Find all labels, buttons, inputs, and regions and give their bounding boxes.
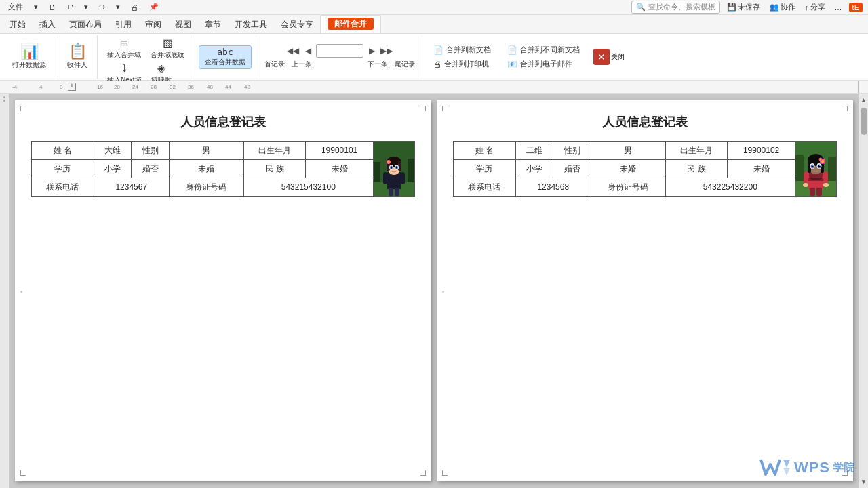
toolbar-group-recipients: 📋 收件人 [58,35,98,79]
collab-button[interactable]: 👥 协作 [767,1,798,13]
scroll-down-arrow[interactable]: ▼ [859,476,868,487]
insert-bg-button[interactable]: ▧ 合并域底纹 [146,37,189,61]
label-dob: 出生年月 [665,142,728,160]
user-avatar[interactable]: tE [849,3,863,12]
next-record-label[interactable]: 下一条 [365,59,391,70]
scroll-thumb[interactable] [861,108,867,135]
first-record-label[interactable]: 首记录 [262,59,288,70]
redo-arrow-icon[interactable]: ▾ [113,2,123,12]
value-education: 小学 [94,160,132,178]
prev-record-label[interactable]: 上一条 [289,59,315,70]
docs-area: 人员信息登记表 姓 名 大维 性别 男 出生年月 19900101 [9,94,859,488]
merge-diff-doc-icon: 📄 [507,45,517,55]
prev-record-button[interactable]: ◀ [301,44,315,58]
table-row: 学历 小学 婚否 未婚 民 族 未婚 [32,160,415,178]
print-icon[interactable]: 🖨 [128,3,141,12]
label-married: 婚否 [132,160,170,178]
next-record-button[interactable]: ▶ [365,44,378,58]
photo-cell-1 [374,142,415,197]
merge-diff-doc-button[interactable]: 📄 合并到不同新文档 [502,43,585,56]
scroll-up-arrow[interactable]: ▲ [859,95,868,105]
first-record-button[interactable]: ◀◀ [286,44,300,58]
svg-rect-49 [816,188,822,196]
value-phone: 1234568 [515,178,591,197]
right-scrollbar[interactable]: ▲ ▼ [859,94,868,488]
svg-point-14 [396,167,397,169]
ruler: -4 4 8 16 20 24 28 32 36 40 44 48 └ [0,81,868,94]
value-gender: 男 [169,142,243,160]
corner-tl [20,106,26,111]
merge-print-button[interactable]: 🖨 合并到打印机 [428,58,496,70]
title-bar: 文件 ▾ 🗋 ↩ ▾ ↪ ▾ 🖨 📌 🔍 查找命令、搜索模板 💾 未保存 👥 协… [0,0,868,15]
svg-marker-51 [783,468,790,476]
toolbar-group-view-merge: abc 查看合并数据 [195,35,256,79]
table-row: 姓 名 二维 性别 男 出生年月 19900102 [454,142,837,160]
svg-rect-48 [810,188,815,196]
more-button[interactable]: … [832,3,845,12]
tab-dev-tools[interactable]: 开发工具 [228,16,274,33]
undo-arrow-icon[interactable]: ▾ [81,2,91,12]
table-row: 联系电话 1234567 身份证号码 543215432100 [32,178,415,197]
tab-mail-merge[interactable]: 邮件合并 [320,15,381,33]
toolbar-group-merge-actions: 📄 合并到新文档 🖨 合并到打印机 📄 合并到不同新文档 📧 合并到电子邮件 [424,35,631,79]
share-icon: ↑ [805,3,809,12]
tab-chapter[interactable]: 章节 [198,16,228,33]
tab-insert[interactable]: 插入 [33,16,62,33]
view-merge-data-button[interactable]: abc 查看合并数据 [199,45,252,69]
merge-email-button[interactable]: 📧 合并到电子邮件 [502,58,585,70]
insert-bg-icon: ▧ [163,38,173,49]
redo-icon[interactable]: ↪ [96,2,108,12]
tab-member[interactable]: 会员专享 [274,16,320,33]
merge-email-icon: 📧 [507,60,517,69]
close-button[interactable]: ✕ [593,49,610,65]
search-placeholder: 查找命令、搜索模板 [648,2,715,12]
pin-icon[interactable]: 📌 [146,2,161,12]
ruler-tab-stop[interactable]: └ [68,83,76,91]
merge-new-doc-button[interactable]: 📄 合并到新文档 [428,43,496,56]
last-record-label[interactable]: 尾记录 [392,59,418,70]
save-button[interactable]: 💾 未保存 [724,1,763,13]
table-row: 姓 名 大维 性别 男 出生年月 19900101 [32,142,415,160]
value-education: 小学 [515,160,553,178]
undo-icon[interactable]: ↩ [64,2,76,12]
share-button[interactable]: ↑ 分享 [802,1,828,13]
label-id: 身份证号码 [591,178,665,197]
tab-start[interactable]: 开始 [3,16,33,33]
tab-reference[interactable]: 引用 [108,16,138,33]
tab-page-layout[interactable]: 页面布局 [62,16,108,33]
doc2-title: 人员信息登记表 [602,114,688,130]
document-page-1: 人员信息登记表 姓 名 大维 性别 男 出生年月 19900101 [15,100,431,481]
photo-placeholder-2 [795,142,836,196]
table-row: 联系电话 1234568 身份证号码 543225432200 [454,178,837,197]
svg-point-39 [819,165,821,166]
label-name: 姓 名 [454,142,516,160]
svg-point-47 [823,183,829,187]
insert-merge-field-button[interactable]: ≡ 插入合并域 [103,37,145,61]
label-dob: 出生年月 [243,142,306,160]
insert-merge-field-icon: ≡ [121,38,127,49]
document-page-2: 人员信息登记表 姓 名 二维 性别 男 出生年月 19900102 [437,100,853,481]
menu-arrow-icon[interactable]: ▾ [31,2,41,12]
wps-subtitle-text: 学院 [833,461,854,475]
open-data-source-button[interactable]: 📊 打开数据源 [7,43,52,71]
label-married: 婚否 [553,160,591,178]
corner-tr [420,106,426,111]
file-menu[interactable]: 文件 [5,1,26,13]
toolbar: 📊 打开数据源 📋 收件人 ≡ 插入合并域 ▧ 合并域底纹 ⤵ 插入Next域 [0,34,868,81]
page-dot-left [442,291,444,293]
main-content: 人员信息登记表 姓 名 大维 性别 男 出生年月 19900101 [0,94,868,488]
corner-bl [20,470,26,476]
insert-next-icon: ⤵ [121,63,127,74]
tab-review[interactable]: 审阅 [138,16,168,33]
ruler-mark-48: 48 [244,84,250,90]
recipients-button[interactable]: 📋 收件人 [62,43,93,71]
left-side-panel [0,94,9,488]
tab-view[interactable]: 视图 [168,16,198,33]
label-gender: 性别 [132,142,170,160]
record-number-input[interactable] [316,44,363,58]
last-record-button[interactable]: ▶▶ [380,44,393,58]
search-box[interactable]: 🔍 查找命令、搜索模板 [631,1,720,14]
new-doc-icon[interactable]: 🗋 [46,3,59,12]
recipients-icon: 📋 [68,44,87,59]
save-icon: 💾 [727,3,736,12]
